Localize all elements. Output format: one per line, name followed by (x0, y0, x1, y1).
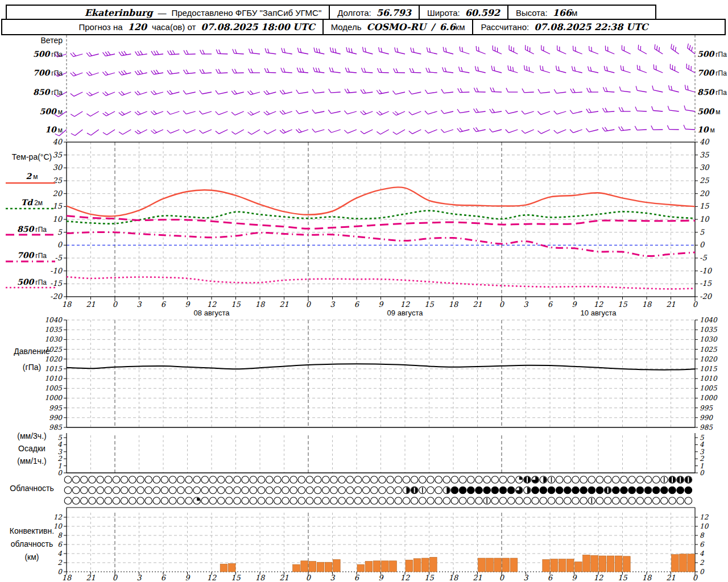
svg-text:20: 20 (700, 189, 710, 198)
convective-bar (680, 554, 687, 572)
svg-text:6: 6 (354, 573, 360, 582)
svg-text:10: 10 (52, 215, 63, 223)
convective-bar (559, 559, 566, 572)
legend-unit: 2м (34, 199, 43, 207)
svg-text:1010: 1010 (44, 375, 63, 383)
wind-level-num: 500 (697, 49, 714, 59)
svg-text:1020: 1020 (44, 355, 63, 363)
forecast-label-1: Прогноз на (78, 22, 122, 32)
svg-text:15: 15 (618, 300, 627, 309)
convective-panel-unit: (км) (0, 552, 64, 562)
svg-text:5: 5 (700, 228, 705, 236)
convective-bar (333, 559, 341, 572)
svg-text:6: 6 (548, 300, 553, 309)
svg-text:0: 0 (693, 573, 698, 582)
legend-num: Td (21, 198, 32, 207)
svg-text:1040: 1040 (700, 316, 718, 324)
legend-label-t2m: 2м (0, 172, 64, 181)
latitude-label: Широта: (427, 8, 460, 18)
model-slash: / (431, 22, 435, 32)
svg-text:9: 9 (185, 573, 191, 582)
legend-label-500hpa: 500гПа (0, 277, 64, 286)
wind-level-num: 850 (33, 88, 49, 97)
svg-text:35: 35 (700, 151, 709, 159)
convective-bar (607, 556, 614, 572)
svg-text:21: 21 (86, 573, 96, 582)
convective-bar (591, 555, 598, 572)
svg-text:0: 0 (306, 573, 312, 582)
model-name: COSMO-RU (367, 22, 426, 32)
convective-bar (413, 559, 421, 572)
wind-level-num: 500 (697, 107, 714, 116)
svg-text:6: 6 (548, 573, 553, 582)
svg-text:18: 18 (62, 573, 72, 582)
wind-level-num: 10 (45, 125, 56, 134)
wind-level-num: 10 (697, 125, 708, 134)
forecast-start-time: 07.08.2025 18:00 UTC (201, 22, 315, 32)
header-forecast-line: Прогноз на 120 часа(ов) от 07.08.2025 18… (1, 19, 726, 35)
wind-level-label-10m-left: 10м (0, 125, 63, 134)
wind-barbs-layer (54, 44, 695, 136)
cloud-symbols-layer (64, 476, 692, 505)
wind-level-unit: м (715, 108, 720, 116)
svg-text:3: 3 (523, 573, 529, 582)
svg-text:990: 990 (700, 414, 713, 422)
header-separator (329, 6, 330, 20)
convective-bar (228, 564, 235, 572)
meteogram-page: 40403535303025252020151510105500-5-5-10-… (0, 0, 728, 582)
svg-text:985: 985 (700, 423, 713, 431)
header-station-line: Ekaterinburg — Предоставлено ФГБУ "ЗапСи… (6, 5, 656, 20)
convective-bar (543, 559, 550, 572)
svg-text:1000: 1000 (700, 394, 718, 402)
wind-level-num: 500 (33, 49, 49, 59)
altitude-unit: м (572, 8, 577, 18)
svg-text:15: 15 (618, 573, 627, 582)
convective-bar (478, 558, 486, 572)
convective-bar (390, 561, 397, 572)
legend-unit: гПа (35, 252, 47, 260)
model-res-wrap: 6.6км (440, 22, 465, 32)
wind-level-label-850hpa-right: 850гПа (697, 88, 728, 97)
svg-text:8: 8 (700, 531, 705, 539)
precip-unit-1h: (мм/1ч.) (0, 456, 64, 465)
convective-bar (357, 564, 365, 572)
svg-text:-10: -10 (700, 267, 713, 275)
svg-text:18: 18 (255, 573, 266, 582)
svg-text:18: 18 (62, 300, 72, 309)
svg-text:9: 9 (378, 300, 384, 309)
longitude-value: 56.793 (377, 7, 411, 18)
y-axis-labels: 40403535303025252020151510105500-5-5-10-… (44, 138, 717, 576)
svg-text:18: 18 (642, 300, 652, 309)
convective-bar (430, 557, 437, 572)
header-separator (322, 20, 324, 34)
svg-text:1010: 1010 (700, 375, 718, 383)
svg-text:0: 0 (113, 573, 118, 582)
svg-text:0: 0 (499, 300, 505, 309)
svg-text:0: 0 (700, 568, 705, 576)
svg-text:30: 30 (700, 163, 710, 172)
svg-text:-20: -20 (50, 292, 63, 301)
svg-text:1005: 1005 (44, 384, 63, 392)
wind-level-unit: м (58, 108, 63, 116)
svg-text:12: 12 (594, 300, 603, 309)
wind-level-unit: м (58, 126, 63, 134)
svg-text:21: 21 (666, 573, 676, 582)
svg-text:0: 0 (499, 573, 505, 582)
altitude-value-wrap: 166м (553, 7, 578, 18)
cloud-panel-title: Облачность (0, 484, 64, 493)
wind-level-unit: гПа (51, 69, 63, 77)
legend-num: 2 (26, 172, 32, 181)
wind-level-label-500hpa-right: 500гПа (697, 49, 728, 59)
convective-bar (373, 561, 380, 572)
wind-level-unit: гПа (51, 89, 63, 97)
convective-bar (365, 562, 373, 572)
latitude-value: 60.592 (465, 7, 500, 18)
svg-text:15: 15 (424, 300, 434, 309)
model-resolution-unit: км (456, 22, 465, 32)
legend-unit: м (33, 173, 38, 181)
svg-text:2: 2 (700, 559, 705, 567)
svg-text:6: 6 (161, 300, 167, 309)
svg-text:1000: 1000 (44, 394, 63, 402)
convective-bar (615, 556, 622, 572)
station-name: Ekaterinburg (85, 7, 153, 18)
